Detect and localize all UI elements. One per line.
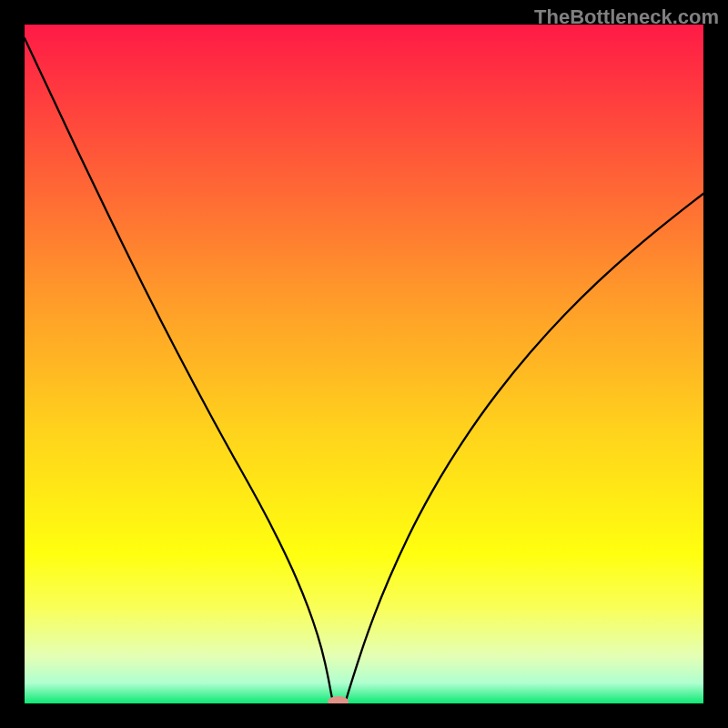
watermark-text: TheBottleneck.com bbox=[534, 5, 719, 29]
chart-frame bbox=[0, 0, 25, 728]
chart-frame bbox=[0, 703, 728, 728]
gradient-background bbox=[25, 25, 703, 703]
bottleneck-chart bbox=[0, 0, 728, 728]
chart-container: TheBottleneck.com bbox=[0, 0, 728, 728]
chart-frame bbox=[703, 0, 728, 728]
